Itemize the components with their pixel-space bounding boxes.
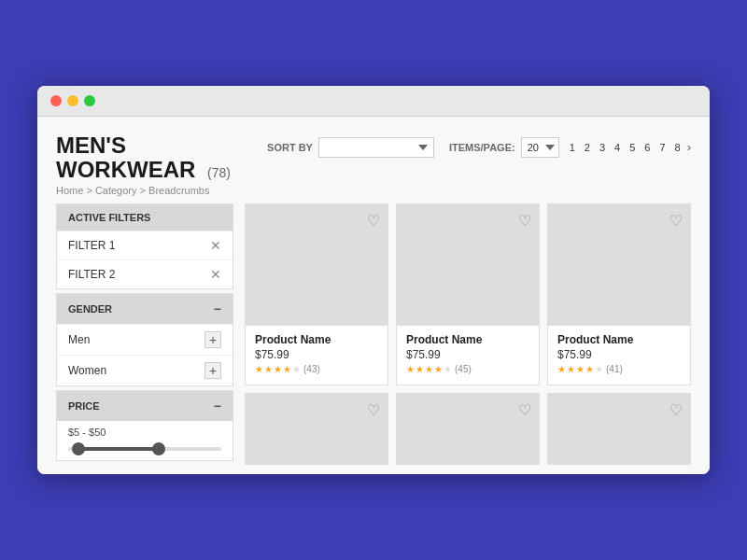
filter-1-remove[interactable]: ✕ <box>210 238 221 253</box>
product-card-4: ♡ <box>245 393 388 466</box>
page-numbers: 1 2 3 4 5 6 7 8 › <box>567 140 691 154</box>
gender-label: GENDER <box>68 303 112 315</box>
pagination-block: ITEMS/PAGE: 20 40 60 1 2 3 4 5 6 <box>449 137 691 158</box>
page-header: MEN'S WORKWEAR (78) Home > Category > Br… <box>56 133 691 197</box>
product-image-2: ♡ <box>397 204 539 326</box>
filter-2-label: FILTER 2 <box>68 268 115 281</box>
gender-men-item: Men + <box>57 324 233 355</box>
title-line2: WORKWEAR <box>56 157 195 182</box>
product-info-2: Product Name $75.99 ★ ★ ★ ★ ★ (45) <box>397 326 539 384</box>
gender-header[interactable]: GENDER − <box>57 294 233 324</box>
product-rating-2: ★ ★ ★ ★ ★ (45) <box>406 364 529 374</box>
wishlist-btn-2[interactable]: ♡ <box>518 212 531 230</box>
product-name-2: Product Name <box>406 333 529 346</box>
page-1[interactable]: 1 <box>567 141 578 154</box>
wishlist-btn-5[interactable]: ♡ <box>518 401 531 419</box>
price-section: PRICE − $5 - $50 <box>56 390 233 461</box>
rating-count-3: (41) <box>606 364 623 374</box>
filter-1-item: FILTER 1 ✕ <box>57 231 233 259</box>
product-info-3: Product Name $75.99 ★ ★ ★ ★ ★ (41) <box>548 326 690 384</box>
star-3-3: ★ <box>576 364 585 374</box>
stars-1: ★ ★ ★ ★ ★ <box>255 364 301 374</box>
product-image-4: ♡ <box>246 394 388 464</box>
product-card-3: ♡ Product Name $75.99 ★ ★ ★ ★ ★ <box>547 203 691 385</box>
price-range-display: $5 - $50 <box>57 421 233 441</box>
wishlist-btn-3[interactable]: ♡ <box>669 212 683 230</box>
filter-2-item: FILTER 2 ✕ <box>57 259 233 288</box>
product-info-1: Product Name $75.99 ★ ★ ★ ★ ★ (43) <box>246 326 388 384</box>
star-1-4: ★ <box>283 364 291 374</box>
product-card-2: ♡ Product Name $75.99 ★ ★ ★ ★ ★ <box>396 203 540 385</box>
page-5[interactable]: 5 <box>627 141 638 154</box>
sort-label: SORT BY <box>267 142 313 153</box>
stars-3: ★ ★ ★ ★ ★ <box>557 364 603 374</box>
page-8[interactable]: 8 <box>672 141 684 154</box>
sort-dropdown[interactable]: Price: Low to High Price: High to Low Ne… <box>318 137 434 158</box>
active-filters-header: ACTIVE FILTERS <box>57 204 233 231</box>
sort-by-control: SORT BY Price: Low to High Price: High t… <box>267 137 434 158</box>
active-filters-section: ACTIVE FILTERS FILTER 1 ✕ FILTER 2 ✕ <box>56 203 233 289</box>
product-name-1: Product Name <box>255 333 378 346</box>
header-controls: SORT BY Price: Low to High Price: High t… <box>267 137 691 158</box>
active-filters-label: ACTIVE FILTERS <box>68 212 150 223</box>
product-grid: ♡ Product Name $75.99 ★ ★ ★ ★ ★ <box>245 203 691 465</box>
rating-count-2: (45) <box>455 364 472 374</box>
page-title-block: MEN'S WORKWEAR (78) Home > Category > Br… <box>56 133 231 197</box>
product-card-6: ♡ <box>547 393 691 466</box>
star-2-5: ★ <box>444 364 452 374</box>
price-slider-fill <box>76 447 160 451</box>
star-2-1: ★ <box>406 364 415 374</box>
browser-titlebar <box>37 86 710 117</box>
product-rating-3: ★ ★ ★ ★ ★ (41) <box>557 364 681 374</box>
price-header[interactable]: PRICE − <box>57 391 233 421</box>
product-image-1: ♡ <box>246 204 388 326</box>
star-3-2: ★ <box>567 364 575 374</box>
filter-2-remove[interactable]: ✕ <box>210 267 221 282</box>
gender-men-add[interactable]: + <box>204 331 221 348</box>
page-title: MEN'S WORKWEAR (78) <box>56 133 231 183</box>
price-slider-max-thumb[interactable] <box>152 442 165 455</box>
page-2[interactable]: 2 <box>582 141 593 154</box>
product-price-1: $75.99 <box>255 348 378 361</box>
minimize-dot[interactable] <box>67 95 78 106</box>
star-2-2: ★ <box>416 364 424 374</box>
wishlist-btn-6[interactable]: ♡ <box>669 401 683 419</box>
price-collapse-icon[interactable]: − <box>214 399 221 413</box>
breadcrumb: Home > Category > Breadcrumbs <box>56 185 231 196</box>
browser-window: MEN'S WORKWEAR (78) Home > Category > Br… <box>37 86 710 475</box>
gender-women-label: Women <box>68 364 106 377</box>
star-1-5: ★ <box>292 364 301 374</box>
close-dot[interactable] <box>50 95 62 106</box>
wishlist-btn-4[interactable]: ♡ <box>367 401 380 419</box>
items-label: ITEMS/PAGE: <box>449 142 515 153</box>
page-6[interactable]: 6 <box>641 141 653 154</box>
browser-content: MEN'S WORKWEAR (78) Home > Category > Br… <box>37 117 710 475</box>
gender-collapse-icon[interactable]: − <box>214 301 221 316</box>
items-per-page: ITEMS/PAGE: 20 40 60 <box>449 137 559 158</box>
page-7[interactable]: 7 <box>656 141 668 154</box>
main-layout: ACTIVE FILTERS FILTER 1 ✕ FILTER 2 ✕ GEN… <box>56 203 691 465</box>
star-3-5: ★ <box>595 364 603 374</box>
star-3-1: ★ <box>557 364 566 374</box>
star-1-1: ★ <box>255 364 263 374</box>
page-4[interactable]: 4 <box>612 141 623 154</box>
maximize-dot[interactable] <box>84 95 95 106</box>
items-select[interactable]: 20 40 60 <box>521 137 559 158</box>
star-2-4: ★ <box>434 364 443 374</box>
next-page-arrow[interactable]: › <box>687 140 691 154</box>
product-image-5: ♡ <box>397 394 539 464</box>
product-rating-1: ★ ★ ★ ★ ★ (43) <box>255 364 378 374</box>
rating-count-1: (43) <box>303 364 320 374</box>
gender-women-item: Women + <box>57 355 233 385</box>
product-image-3: ♡ <box>548 204 690 326</box>
star-1-3: ★ <box>274 364 282 374</box>
wishlist-btn-1[interactable]: ♡ <box>367 212 380 230</box>
product-card-5: ♡ <box>396 393 540 466</box>
page-3[interactable]: 3 <box>597 141 608 154</box>
gender-women-add[interactable]: + <box>204 362 221 379</box>
price-slider-min-thumb[interactable] <box>72 442 85 455</box>
title-line1: MEN'S <box>56 133 126 158</box>
product-card-1: ♡ Product Name $75.99 ★ ★ ★ ★ ★ <box>245 203 388 385</box>
product-image-6: ♡ <box>548 394 690 464</box>
price-slider-track[interactable] <box>68 447 221 451</box>
